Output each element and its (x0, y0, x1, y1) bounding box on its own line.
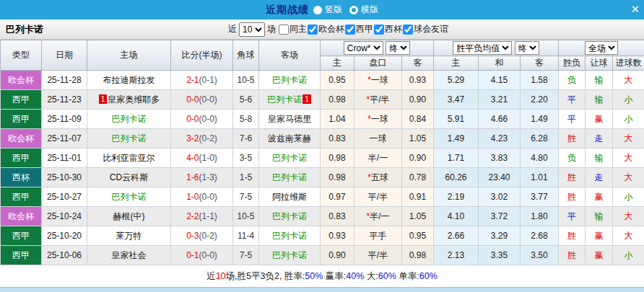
subheader-avg-home: 主 (434, 56, 479, 71)
crow-away-odds: 0.84 (402, 110, 434, 129)
avg-odds-select[interactable]: 胜平负均值 (453, 41, 512, 55)
team-name-text[interactable]: 皇家奥维耶多 (108, 94, 160, 105)
subheader-handicap: 盘口 (354, 56, 402, 71)
team-name-text[interactable]: 巴列卡诺 (112, 133, 147, 143)
team-name-text[interactable]: 布拉迪斯拉发 (103, 75, 155, 85)
odds-group-header: Crow* 终 (321, 40, 434, 56)
home-team[interactable]: 巴列卡诺 (87, 129, 171, 149)
team-name-text[interactable]: 阿拉维斯 (272, 192, 307, 202)
col-header-type: 类型 (1, 40, 42, 71)
crow-home-odds: 1.04 (321, 110, 354, 129)
team-name-text[interactable]: 皇家社会 (112, 250, 147, 260)
team-name-text[interactable]: 巴列卡诺 (272, 153, 307, 163)
team-name-text[interactable]: 巴列卡诺 (272, 211, 307, 221)
league-type-badge: 西甲 (1, 90, 42, 110)
home-team[interactable]: 赫根(中) (87, 207, 171, 226)
team-name-text[interactable]: 比利亚雷亚尔 (103, 153, 155, 163)
team-name-text[interactable]: 莱万特 (116, 231, 142, 241)
subheader-handicap-result: 让球 (586, 56, 613, 71)
team-name-text[interactable]: 巴列卡诺 (267, 94, 302, 105)
summary-segment: 近 (206, 270, 216, 283)
home-team[interactable]: 比利亚雷亚尔 (87, 149, 171, 168)
filter-checkbox-4[interactable] (403, 25, 413, 35)
red-card-badge: 1 (99, 94, 108, 104)
team-name-text[interactable]: 巴列卡诺 (272, 231, 307, 241)
goals-result-cell: 大 (613, 226, 644, 246)
table-row: 西甲 25-11-23 1皇家奥维耶多 0-0(0-0) 5-6 巴列卡诺1 0… (1, 90, 644, 110)
goals-result-cell: 大 (613, 129, 644, 149)
avg-home-odds: 5.29 (434, 71, 479, 90)
score-cell: 2-2(1-1) (171, 207, 233, 226)
result-cell: 胜 (559, 168, 586, 187)
match-date: 25-11-07 (42, 129, 87, 149)
table-row: 西甲 25-10-27 巴列卡诺 1-0(0-0) 7-5 阿拉维斯 0.97 … (1, 187, 644, 207)
home-team[interactable]: 皇家社会 (87, 246, 171, 265)
away-team[interactable]: 巴列卡诺 (259, 226, 321, 246)
home-team[interactable]: 1皇家奥维耶多 (87, 90, 171, 110)
filter-checkbox-1[interactable] (308, 25, 318, 35)
layout-radio-vertical[interactable]: 竖版 (313, 4, 342, 16)
team-name-text[interactable]: CD云科斯 (110, 172, 148, 182)
summary-footer: 近10场,胜5平3负2, 胜率:50% 赢率:40% 大:60% 单率:60% (0, 265, 644, 287)
score-cell: 4-0(1-0) (171, 149, 233, 168)
away-team[interactable]: 巴列卡诺 (259, 246, 321, 265)
away-team[interactable]: 波兹南莱赫 (259, 129, 321, 149)
crow-away-odds: 0.95 (402, 226, 434, 246)
league-type-badge: 西甲 (1, 246, 42, 265)
team-name-text[interactable]: 巴列卡诺 (272, 75, 307, 85)
away-team[interactable]: 皇家马德里 (259, 110, 321, 129)
bookmaker-select[interactable]: Crow* (344, 41, 383, 55)
odds-stage-select[interactable]: 终 (386, 41, 410, 55)
home-team[interactable]: 莱万特 (87, 226, 171, 246)
radio-icon[interactable] (349, 6, 358, 14)
games-count-select[interactable]: 10 (239, 22, 265, 37)
away-team[interactable]: 阿拉维斯 (259, 187, 321, 207)
team-name-text[interactable]: 波兹南莱赫 (268, 133, 311, 143)
home-team[interactable]: CD云科斯 (87, 168, 171, 187)
avg-home-odds: 4.10 (434, 207, 479, 226)
close-icon[interactable]: ✕ (630, 3, 640, 16)
filter-checkbox-2[interactable] (345, 25, 355, 35)
result-cell: 胜 (559, 226, 586, 246)
crow-away-odds: 0.98 (402, 246, 434, 265)
crow-home-odds: 0.83 (321, 129, 354, 149)
team-name-text[interactable]: 巴列卡诺 (112, 114, 147, 124)
league-type-badge: 西甲 (1, 187, 42, 207)
result-cell: 负 (559, 71, 586, 90)
layout-radio-horizontal[interactable]: 横版 (349, 4, 378, 16)
score-cell: 0-1(0-0) (171, 246, 233, 265)
handicap-result-cell: 走 (586, 168, 613, 187)
goals-result-cell: 小 (613, 187, 644, 207)
team-name-text[interactable]: 皇家马德里 (268, 114, 311, 124)
match-date: 25-10-27 (42, 187, 87, 207)
team-name-text[interactable]: 赫根(中) (113, 211, 145, 221)
away-team[interactable]: 巴列卡诺 (259, 168, 321, 187)
table-row: 西甲 25-11-01 比利亚雷亚尔 4-0(1-0) 3-5 巴列卡诺 0.9… (1, 149, 644, 168)
radio-icon[interactable] (313, 6, 322, 14)
crow-home-odds: 0.97 (321, 187, 354, 207)
home-team[interactable]: 巴列卡诺 (87, 187, 171, 207)
avg-draw-odds: 4.23 (479, 129, 521, 149)
away-team[interactable]: 巴列卡诺 (259, 71, 321, 90)
filter-checkbox-3[interactable] (374, 25, 384, 35)
away-team[interactable]: 巴列卡诺 (259, 207, 321, 226)
away-team[interactable]: 巴列卡诺1 (259, 90, 321, 110)
filter-checkbox-0[interactable] (279, 25, 289, 35)
crow-home-odds: 0.95 (321, 71, 354, 90)
away-team[interactable]: 巴列卡诺 (259, 149, 321, 168)
subheader-crow-home: 主 (321, 56, 354, 71)
col-header-score: 比分(半场) (171, 40, 233, 71)
scope-select[interactable]: 全场 (585, 41, 618, 55)
team-name-text[interactable]: 巴列卡诺 (112, 192, 147, 202)
crow-away-odds: 0.93 (402, 71, 434, 90)
filter-controls: 近 10 场 同主欧会杯西甲西杯球会友谊 (228, 22, 448, 37)
home-team[interactable]: 巴列卡诺 (87, 110, 171, 129)
handicap-line: 平/半 (354, 246, 402, 265)
avg-stage-select[interactable]: 终 (515, 41, 539, 55)
handicap-result-cell: 赢 (586, 246, 613, 265)
home-team[interactable]: 布拉迪斯拉发 (87, 71, 171, 90)
summary-segment: 60% (378, 271, 396, 281)
team-name-text[interactable]: 巴列卡诺 (272, 172, 307, 182)
avg-home-odds: 2.13 (434, 246, 479, 265)
team-name-text[interactable]: 巴列卡诺 (272, 250, 307, 260)
